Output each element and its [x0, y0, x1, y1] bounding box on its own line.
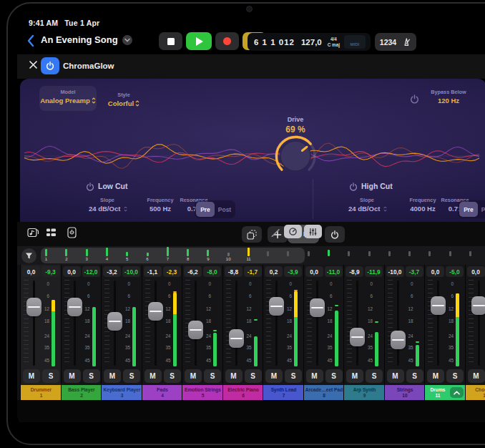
fader-value[interactable]: 0,0 — [305, 266, 323, 277]
peak-value[interactable]: -3,7 — [406, 266, 423, 277]
high-cut-power-icon[interactable] — [349, 182, 358, 191]
track-name-band[interactable]: Pads4 — [142, 385, 183, 400]
volume-fader-handle[interactable] — [391, 331, 406, 349]
post-button[interactable]: Post — [215, 202, 234, 217]
solo-button[interactable]: S — [164, 369, 181, 383]
volume-fader-handle[interactable] — [350, 328, 365, 346]
dropdown-chevron-icon[interactable] — [122, 35, 132, 45]
fader-value[interactable]: -3,2 — [103, 266, 121, 277]
volume-fader-handle[interactable] — [471, 296, 485, 315]
volume-fader-handle[interactable] — [26, 298, 41, 316]
fader-value[interactable]: -10,0 — [386, 266, 404, 277]
mute-button[interactable]: M — [346, 369, 363, 383]
volume-fader-handle[interactable] — [431, 296, 446, 315]
solo-button[interactable]: S — [285, 369, 302, 383]
play-button[interactable] — [186, 32, 212, 50]
volume-fader-handle[interactable] — [67, 298, 82, 316]
peak-value[interactable]: -1,7 — [244, 266, 262, 277]
style-selector[interactable]: Style Colorful — [100, 86, 147, 111]
volume-fader-handle[interactable] — [310, 298, 325, 317]
tracks-icon[interactable] — [46, 227, 57, 238]
navigator-thumb[interactable] — [41, 248, 305, 263]
volume-fader-handle[interactable] — [148, 302, 163, 321]
low-cut-slope[interactable]: Slope 24 dB/Oct — [89, 197, 126, 213]
peak-value[interactable]: -9,3 — [41, 266, 59, 277]
duplicate-button[interactable] — [242, 226, 262, 243]
track-name-band[interactable]: Synth Lead7 — [263, 385, 304, 400]
back-chevron-icon[interactable] — [26, 34, 35, 47]
solo-button[interactable]: S — [42, 369, 59, 383]
solo-button[interactable]: S — [366, 369, 383, 383]
post-button[interactable]: Post — [479, 202, 485, 217]
low-cut-frequency[interactable]: Frequency 500 Hz — [142, 197, 179, 213]
peak-value[interactable]: -8,0 — [203, 266, 221, 277]
volume-fader-handle[interactable] — [269, 297, 284, 316]
bypass-below-control[interactable]: Bypass Below 120 Hz — [425, 89, 472, 104]
mute-button[interactable]: M — [427, 369, 444, 383]
peak-value[interactable]: -10,0 — [122, 266, 140, 277]
solo-button[interactable]: S — [83, 369, 100, 383]
mute-button[interactable]: M — [104, 369, 121, 383]
mixer-power-button[interactable] — [325, 226, 345, 243]
solo-button[interactable]: S — [446, 369, 464, 383]
loops-browser-icon[interactable] — [27, 227, 39, 238]
peak-value[interactable]: -12,0 — [82, 266, 100, 277]
model-selector[interactable]: Model Analog Preamp — [39, 86, 97, 111]
lcd-display[interactable]: 6 1 1 012 127,0 4/4 C maj MIDI — [248, 33, 371, 51]
track-name-band[interactable]: Arcade…eet Pad8 — [304, 385, 345, 400]
pre-button[interactable]: Pre — [459, 202, 478, 217]
track-name-band[interactable]: Keyboard Player3 — [102, 385, 142, 400]
filter-button[interactable] — [21, 248, 36, 263]
low-cut-power-icon[interactable] — [86, 182, 94, 191]
peak-value[interactable]: -11,0 — [325, 266, 343, 277]
count-in-button[interactable]: 1234 — [380, 38, 396, 47]
mute-button[interactable]: M — [144, 369, 162, 383]
solo-button[interactable]: S — [245, 369, 262, 383]
mute-button[interactable]: M — [185, 369, 202, 383]
fader-value[interactable]: 0,2 — [265, 266, 283, 277]
plugin-box-icon[interactable] — [67, 227, 77, 238]
volume-fader-handle[interactable] — [229, 329, 244, 348]
drive-knob[interactable] — [274, 135, 317, 177]
peak-value[interactable]: -11,9 — [365, 266, 383, 277]
pencil-icon[interactable] — [270, 228, 280, 238]
fader-value[interactable]: 0,0 — [467, 266, 485, 277]
solo-button[interactable]: S — [123, 369, 140, 383]
track-name-band[interactable]: Strings10 — [385, 385, 426, 400]
solo-button[interactable]: S — [325, 369, 343, 383]
metronome-icon[interactable] — [402, 37, 411, 47]
fader-value[interactable]: -1,1 — [144, 266, 162, 277]
track-name-band[interactable]: Arp Synth9 — [344, 385, 385, 400]
controls-view-button[interactable] — [284, 225, 302, 238]
stop-button[interactable] — [159, 32, 182, 50]
track-name-band[interactable]: Drums11 — [425, 385, 466, 400]
volume-fader-handle[interactable] — [107, 312, 122, 331]
fader-value[interactable]: 0,0 — [426, 266, 444, 277]
track-name-band[interactable]: Emotion Strings5 — [182, 385, 223, 400]
song-title-menu[interactable]: An Evening Song — [41, 34, 132, 45]
peak-value[interactable]: -2,3 — [163, 266, 181, 277]
mute-button[interactable]: M — [306, 369, 323, 383]
mute-button[interactable]: M — [23, 369, 40, 383]
solo-button[interactable]: S — [406, 369, 423, 383]
high-cut-slope[interactable]: Slope 24 dB/Oct — [348, 197, 386, 213]
fader-value[interactable]: -8,9 — [346, 266, 363, 277]
level-control[interactable]: Level 0.0 — [474, 89, 485, 104]
peak-value[interactable]: -3,9 — [284, 266, 302, 277]
mute-button[interactable]: M — [387, 369, 404, 383]
solo-button[interactable]: S — [204, 369, 221, 383]
track-name-band[interactable]: Bass Player2 — [62, 385, 102, 400]
track-name-band[interactable]: Electric Piano6 — [223, 385, 264, 400]
volume-fader-handle[interactable] — [188, 321, 203, 339]
mute-button[interactable]: M — [468, 369, 485, 383]
fader-value[interactable]: -6,2 — [184, 266, 202, 277]
mute-button[interactable]: M — [64, 369, 81, 383]
track-name-band[interactable]: Drummer1 — [21, 385, 62, 400]
expand-track-button[interactable] — [450, 387, 464, 398]
peak-value[interactable]: -5,0 — [446, 266, 464, 277]
pre-button[interactable]: Pre — [196, 202, 215, 217]
bypass-power-icon[interactable] — [410, 94, 419, 104]
mute-button[interactable]: M — [225, 369, 242, 383]
fader-value[interactable]: -8,8 — [225, 266, 242, 277]
mixer-view-button[interactable] — [304, 225, 322, 238]
